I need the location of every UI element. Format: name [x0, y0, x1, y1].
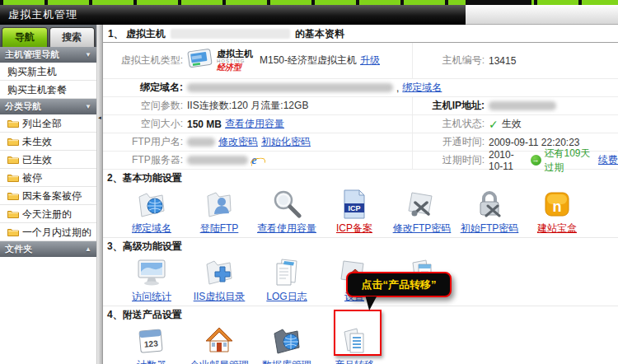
init-password-link[interactable]: 初始化密码 — [261, 135, 311, 149]
virtual-host-manager-window: 虚拟主机管理 导航 搜索 主机管理导航 ▼ 购买新主机 购买主机套餐 分类导航 … — [0, 0, 618, 364]
expire-time-label: 过期时间: — [413, 153, 489, 167]
host-id-col: 主机编号: 13415 — [412, 43, 618, 78]
view-usage-link[interactable]: 查看使用容量 — [225, 117, 284, 131]
folder-icon — [7, 209, 19, 218]
feature-label[interactable]: 企业邮局管理 — [190, 359, 249, 364]
feature-visit-stats[interactable]: 访问统计 — [118, 256, 185, 304]
feature-label[interactable]: 产品转移 — [335, 359, 374, 364]
host-id-label: 主机编号: — [413, 54, 489, 68]
feature-log[interactable]: LOG日志 — [253, 256, 321, 304]
login-ftp-icon — [185, 188, 253, 222]
callout-bubble: 点击“产品转移” — [346, 272, 452, 297]
expire-note: 还有109天过期 — [545, 147, 596, 175]
badge-line1: 虚拟主机 — [217, 49, 253, 58]
feature-modify-ftp-password[interactable]: 修改FTP密码 — [388, 188, 456, 236]
sidebar-section-title: 文件夹 — [5, 241, 32, 257]
feature-label[interactable]: 访问统计 — [132, 291, 171, 302]
chevron-up-icon: ▲ — [85, 241, 91, 257]
feature-label[interactable]: 修改FTP密码 — [393, 222, 452, 234]
feature-login-ftp[interactable]: 登陆FTP — [185, 188, 253, 236]
sidebar-item-label: 购买新主机 — [7, 63, 57, 81]
feature-view-usage[interactable]: 查看使用容量 — [253, 188, 321, 236]
space-params-row: 空间参数: IIS连接数:120 月流量:12GB 主机IP地址: — [103, 97, 618, 115]
feature-icp-filing[interactable]: ICPICP备案 — [321, 188, 388, 236]
renew-link[interactable]: 续费 — [598, 153, 618, 167]
feature-label[interactable]: IIS虚拟目录 — [194, 291, 246, 302]
feature-label[interactable]: ICP备案 — [336, 222, 372, 234]
host-type-label: 虚拟主机类型: — [103, 54, 187, 68]
host-status-col: 主机状态: ✓ 生效 — [412, 115, 618, 133]
sidebar-item-list-all[interactable]: 列出全部 — [0, 114, 96, 133]
ftp-server-label: FTP服务器: — [103, 153, 187, 167]
section-advanced-features-title: 3、高级功能设置 — [103, 239, 618, 254]
svg-text:ICP: ICP — [348, 204, 360, 212]
feature-label[interactable]: 初始FTP密码 — [461, 222, 519, 234]
space-params-value: IIS连接数:120 月流量:12GB — [187, 99, 412, 113]
feature-label[interactable]: 查看使用容量 — [257, 222, 316, 234]
ftp-user-label: FTP用户名: — [103, 135, 187, 149]
section-number-and-title: 1、 虚拟主机 — [108, 25, 166, 43]
tab-navigation[interactable]: 导航 — [2, 27, 48, 47]
sidebar-item-suspended-no-icp[interactable]: 因未备案被停 — [0, 187, 96, 205]
feature-database-manage[interactable]: 数据库管理 — [253, 324, 321, 364]
sidebar-item-label: 因未备案被停 — [22, 187, 82, 205]
feature-site-builder[interactable]: n建站宝盒 — [523, 188, 591, 236]
sidebar-item-label: 列出全部 — [22, 114, 62, 133]
sidebar-item-label: 购买主机套餐 — [7, 81, 67, 99]
sidebar-section-folders[interactable]: 文件夹 ▲ — [0, 241, 96, 257]
visit-stats-icon — [118, 256, 185, 290]
hosting-type-badge: 虚拟主机 HOSTING 经济型 — [187, 47, 253, 74]
title-bar: 虚拟主机管理 — [0, 5, 618, 25]
folder-icon — [7, 191, 19, 200]
sidebar-item-registered-today[interactable]: 今天注册的 — [0, 205, 96, 223]
feature-label[interactable]: 建站宝盒 — [537, 222, 577, 234]
section-basic-info-header: 1、 虚拟主机 的基本资料 — [103, 25, 618, 43]
view-usage-icon — [253, 188, 321, 222]
feature-label[interactable]: 数据库管理 — [262, 359, 311, 364]
feature-label[interactable]: 绑定域名 — [132, 222, 171, 234]
bind-domain-link[interactable]: 绑定域名 — [402, 81, 442, 95]
folder-icon — [7, 173, 19, 182]
enterprise-mail-icon — [185, 324, 253, 358]
sidebar-item-expiring-in-month[interactable]: 一个月内过期的 — [0, 223, 96, 241]
tab-search[interactable]: 搜索 — [49, 27, 96, 47]
ie-browser-icon[interactable] — [251, 154, 265, 167]
space-params-label: 空间参数: — [103, 99, 187, 113]
feature-counter[interactable]: 123计数器 — [118, 324, 185, 364]
ftp-server-value — [187, 154, 412, 167]
status-text: 生效 — [502, 117, 522, 131]
feature-label[interactable]: 计数器 — [137, 359, 166, 364]
sidebar-item-label: 未生效 — [22, 133, 52, 151]
sidebar-item-active[interactable]: 已生效 — [0, 151, 96, 169]
sidebar-item-label: 今天注册的 — [22, 205, 72, 223]
sidebar-item-suspended[interactable]: 被停 — [0, 169, 96, 187]
redacted-ftp-user — [187, 138, 215, 147]
sidebar-item-buy-new-host[interactable]: 购买新主机 — [0, 63, 96, 81]
iis-virtual-dir-icon — [185, 256, 253, 290]
sidebar-section-host-management[interactable]: 主机管理导航 ▼ — [0, 47, 96, 63]
folder-icon — [7, 137, 19, 146]
sidebar-section-categories[interactable]: 分类导航 ▼ — [0, 99, 96, 114]
feature-bind-domain[interactable]: 绑定域名 — [118, 188, 185, 236]
sidebar: 导航 搜索 主机管理导航 ▼ 购买新主机 购买主机套餐 分类导航 ▼ 列出全部 … — [0, 25, 97, 364]
open-time-label: 开通时间: — [413, 135, 489, 149]
feature-enterprise-mail[interactable]: 企业邮局管理 — [185, 324, 253, 364]
chevron-down-icon: ▼ — [85, 47, 91, 63]
section-title-suffix: 的基本资料 — [295, 25, 344, 43]
collapse-arrow-icon[interactable] — [97, 115, 102, 120]
sidebar-splitter[interactable] — [97, 25, 103, 364]
highlight-box-product-transfer — [334, 310, 382, 356]
expire-time-col: 过期时间: 2010-10-11 还有109天过期 续费 — [412, 152, 618, 169]
sidebar-item-not-active[interactable]: 未生效 — [0, 133, 96, 151]
space-size-label: 空间大小: — [103, 117, 187, 131]
upgrade-link[interactable]: 升级 — [360, 54, 380, 68]
svg-text:123: 123 — [144, 338, 159, 348]
feature-init-ftp-password[interactable]: 初始FTP密码 — [456, 188, 523, 236]
sidebar-item-buy-host-plan[interactable]: 购买主机套餐 — [0, 81, 96, 99]
feature-label[interactable]: LOG日志 — [266, 291, 307, 302]
modify-password-link[interactable]: 修改密码 — [218, 135, 258, 149]
sidebar-item-label: 一个月内过期的 — [22, 223, 91, 241]
feature-iis-virtual-dir[interactable]: IIS虚拟目录 — [185, 256, 253, 304]
svg-text:n: n — [553, 198, 562, 215]
feature-label[interactable]: 登陆FTP — [200, 222, 239, 234]
